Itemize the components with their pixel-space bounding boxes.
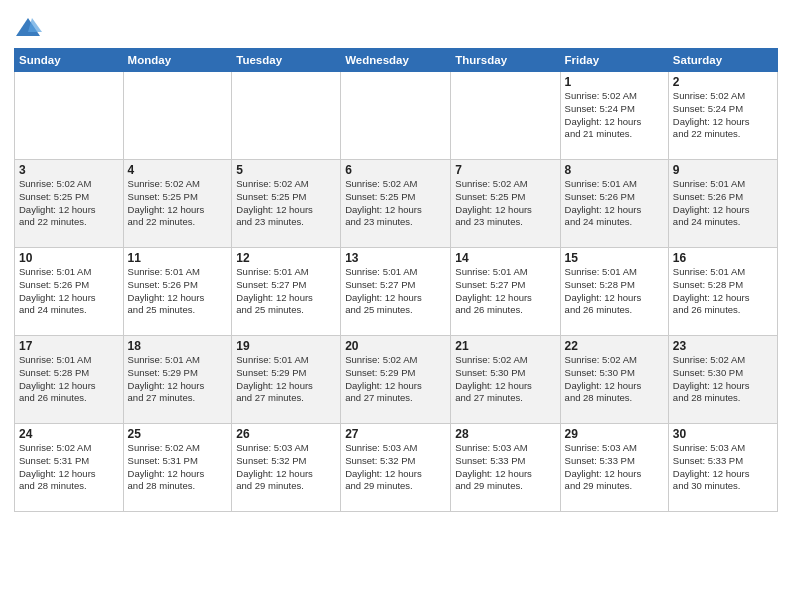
day-number: 25 [128, 427, 228, 441]
day-cell: 10Sunrise: 5:01 AM Sunset: 5:26 PM Dayli… [15, 248, 124, 336]
day-cell [341, 72, 451, 160]
day-info: Sunrise: 5:01 AM Sunset: 5:26 PM Dayligh… [19, 266, 119, 317]
day-cell [123, 72, 232, 160]
day-info: Sunrise: 5:02 AM Sunset: 5:24 PM Dayligh… [565, 90, 664, 141]
day-cell: 17Sunrise: 5:01 AM Sunset: 5:28 PM Dayli… [15, 336, 124, 424]
calendar: SundayMondayTuesdayWednesdayThursdayFrid… [14, 48, 778, 512]
page: SundayMondayTuesdayWednesdayThursdayFrid… [0, 0, 792, 612]
day-of-week-tuesday: Tuesday [232, 49, 341, 72]
day-number: 3 [19, 163, 119, 177]
day-cell: 30Sunrise: 5:03 AM Sunset: 5:33 PM Dayli… [668, 424, 777, 512]
day-number: 11 [128, 251, 228, 265]
day-info: Sunrise: 5:03 AM Sunset: 5:33 PM Dayligh… [673, 442, 773, 493]
day-number: 13 [345, 251, 446, 265]
day-info: Sunrise: 5:02 AM Sunset: 5:25 PM Dayligh… [128, 178, 228, 229]
day-cell: 5Sunrise: 5:02 AM Sunset: 5:25 PM Daylig… [232, 160, 341, 248]
day-number: 1 [565, 75, 664, 89]
day-cell: 13Sunrise: 5:01 AM Sunset: 5:27 PM Dayli… [341, 248, 451, 336]
days-of-week-row: SundayMondayTuesdayWednesdayThursdayFrid… [15, 49, 778, 72]
day-info: Sunrise: 5:01 AM Sunset: 5:26 PM Dayligh… [128, 266, 228, 317]
day-info: Sunrise: 5:01 AM Sunset: 5:26 PM Dayligh… [673, 178, 773, 229]
day-of-week-thursday: Thursday [451, 49, 560, 72]
week-row-1: 1Sunrise: 5:02 AM Sunset: 5:24 PM Daylig… [15, 72, 778, 160]
day-number: 28 [455, 427, 555, 441]
day-number: 9 [673, 163, 773, 177]
day-number: 23 [673, 339, 773, 353]
day-number: 14 [455, 251, 555, 265]
day-info: Sunrise: 5:01 AM Sunset: 5:27 PM Dayligh… [455, 266, 555, 317]
day-info: Sunrise: 5:02 AM Sunset: 5:31 PM Dayligh… [128, 442, 228, 493]
day-number: 5 [236, 163, 336, 177]
day-number: 2 [673, 75, 773, 89]
day-number: 26 [236, 427, 336, 441]
day-number: 19 [236, 339, 336, 353]
day-cell: 12Sunrise: 5:01 AM Sunset: 5:27 PM Dayli… [232, 248, 341, 336]
day-info: Sunrise: 5:02 AM Sunset: 5:30 PM Dayligh… [455, 354, 555, 405]
day-number: 21 [455, 339, 555, 353]
day-number: 6 [345, 163, 446, 177]
day-info: Sunrise: 5:02 AM Sunset: 5:30 PM Dayligh… [673, 354, 773, 405]
day-info: Sunrise: 5:02 AM Sunset: 5:25 PM Dayligh… [19, 178, 119, 229]
day-cell: 24Sunrise: 5:02 AM Sunset: 5:31 PM Dayli… [15, 424, 124, 512]
day-info: Sunrise: 5:02 AM Sunset: 5:25 PM Dayligh… [345, 178, 446, 229]
day-cell [15, 72, 124, 160]
day-info: Sunrise: 5:02 AM Sunset: 5:25 PM Dayligh… [236, 178, 336, 229]
day-of-week-friday: Friday [560, 49, 668, 72]
day-cell: 15Sunrise: 5:01 AM Sunset: 5:28 PM Dayli… [560, 248, 668, 336]
day-number: 18 [128, 339, 228, 353]
day-cell: 21Sunrise: 5:02 AM Sunset: 5:30 PM Dayli… [451, 336, 560, 424]
day-cell: 22Sunrise: 5:02 AM Sunset: 5:30 PM Dayli… [560, 336, 668, 424]
day-info: Sunrise: 5:03 AM Sunset: 5:33 PM Dayligh… [565, 442, 664, 493]
day-number: 29 [565, 427, 664, 441]
day-info: Sunrise: 5:02 AM Sunset: 5:25 PM Dayligh… [455, 178, 555, 229]
day-of-week-saturday: Saturday [668, 49, 777, 72]
day-info: Sunrise: 5:01 AM Sunset: 5:28 PM Dayligh… [673, 266, 773, 317]
day-cell: 7Sunrise: 5:02 AM Sunset: 5:25 PM Daylig… [451, 160, 560, 248]
week-row-5: 24Sunrise: 5:02 AM Sunset: 5:31 PM Dayli… [15, 424, 778, 512]
day-number: 27 [345, 427, 446, 441]
week-row-2: 3Sunrise: 5:02 AM Sunset: 5:25 PM Daylig… [15, 160, 778, 248]
day-cell: 8Sunrise: 5:01 AM Sunset: 5:26 PM Daylig… [560, 160, 668, 248]
day-cell: 18Sunrise: 5:01 AM Sunset: 5:29 PM Dayli… [123, 336, 232, 424]
logo-icon [14, 14, 42, 42]
day-of-week-sunday: Sunday [15, 49, 124, 72]
day-number: 17 [19, 339, 119, 353]
day-info: Sunrise: 5:01 AM Sunset: 5:27 PM Dayligh… [236, 266, 336, 317]
day-cell: 20Sunrise: 5:02 AM Sunset: 5:29 PM Dayli… [341, 336, 451, 424]
day-number: 10 [19, 251, 119, 265]
day-cell: 26Sunrise: 5:03 AM Sunset: 5:32 PM Dayli… [232, 424, 341, 512]
day-cell [451, 72, 560, 160]
day-cell: 23Sunrise: 5:02 AM Sunset: 5:30 PM Dayli… [668, 336, 777, 424]
day-of-week-wednesday: Wednesday [341, 49, 451, 72]
calendar-body: 1Sunrise: 5:02 AM Sunset: 5:24 PM Daylig… [15, 72, 778, 512]
day-info: Sunrise: 5:01 AM Sunset: 5:27 PM Dayligh… [345, 266, 446, 317]
day-cell: 9Sunrise: 5:01 AM Sunset: 5:26 PM Daylig… [668, 160, 777, 248]
day-cell: 6Sunrise: 5:02 AM Sunset: 5:25 PM Daylig… [341, 160, 451, 248]
day-info: Sunrise: 5:02 AM Sunset: 5:30 PM Dayligh… [565, 354, 664, 405]
day-info: Sunrise: 5:01 AM Sunset: 5:28 PM Dayligh… [19, 354, 119, 405]
day-cell: 2Sunrise: 5:02 AM Sunset: 5:24 PM Daylig… [668, 72, 777, 160]
day-cell: 28Sunrise: 5:03 AM Sunset: 5:33 PM Dayli… [451, 424, 560, 512]
day-number: 24 [19, 427, 119, 441]
day-of-week-monday: Monday [123, 49, 232, 72]
day-info: Sunrise: 5:03 AM Sunset: 5:32 PM Dayligh… [236, 442, 336, 493]
day-number: 22 [565, 339, 664, 353]
day-info: Sunrise: 5:03 AM Sunset: 5:32 PM Dayligh… [345, 442, 446, 493]
logo [14, 14, 46, 42]
day-cell: 29Sunrise: 5:03 AM Sunset: 5:33 PM Dayli… [560, 424, 668, 512]
day-number: 15 [565, 251, 664, 265]
day-info: Sunrise: 5:03 AM Sunset: 5:33 PM Dayligh… [455, 442, 555, 493]
day-cell: 19Sunrise: 5:01 AM Sunset: 5:29 PM Dayli… [232, 336, 341, 424]
day-info: Sunrise: 5:02 AM Sunset: 5:24 PM Dayligh… [673, 90, 773, 141]
day-cell: 11Sunrise: 5:01 AM Sunset: 5:26 PM Dayli… [123, 248, 232, 336]
day-cell: 4Sunrise: 5:02 AM Sunset: 5:25 PM Daylig… [123, 160, 232, 248]
week-row-3: 10Sunrise: 5:01 AM Sunset: 5:26 PM Dayli… [15, 248, 778, 336]
day-number: 8 [565, 163, 664, 177]
day-number: 30 [673, 427, 773, 441]
day-cell: 14Sunrise: 5:01 AM Sunset: 5:27 PM Dayli… [451, 248, 560, 336]
day-number: 12 [236, 251, 336, 265]
day-cell [232, 72, 341, 160]
week-row-4: 17Sunrise: 5:01 AM Sunset: 5:28 PM Dayli… [15, 336, 778, 424]
day-cell: 25Sunrise: 5:02 AM Sunset: 5:31 PM Dayli… [123, 424, 232, 512]
header [14, 10, 778, 42]
